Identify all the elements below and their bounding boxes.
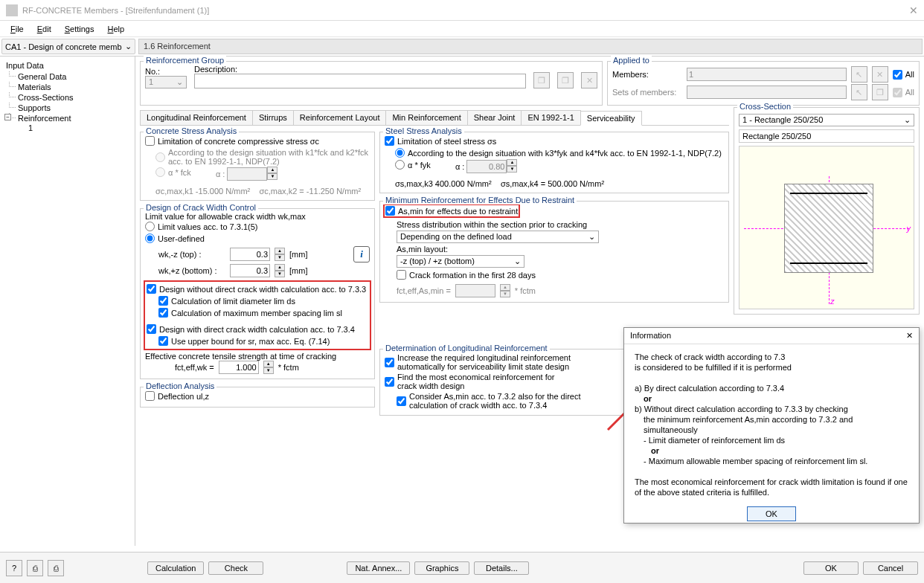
cancel-button[interactable]: Cancel	[863, 561, 918, 575]
concrete-stress-legend: Concrete Stress Analysis	[144, 126, 239, 135]
min-fct-input	[455, 284, 495, 297]
page-title: 1.6 Reinforcement	[138, 39, 923, 54]
tab-min-reinf[interactable]: Min Reinforcement	[385, 110, 467, 125]
det-c1[interactable]: Increase the required longitudinal reinf…	[385, 353, 588, 371]
sets-all-chk: All	[893, 88, 914, 97]
tree-root[interactable]: Input Data	[1, 59, 133, 71]
steel-note-left: σs,max,k3 400.000 N/mm²	[395, 179, 492, 188]
tab-longitudinal[interactable]: Longitudinal Reinforcement	[140, 110, 253, 125]
case-dropdown-value: CA1 - Design of concrete memb	[5, 42, 122, 51]
crack-fct-input[interactable]	[219, 361, 259, 374]
stress-dist-combo[interactable]: Depending on the defined load	[397, 231, 599, 243]
min-fct-suffix: * fctm	[515, 286, 536, 295]
stress-dist-label: Stress distribution within the section p…	[397, 220, 724, 229]
tab-en1992[interactable]: EN 1992-1-1	[521, 110, 580, 125]
crack-legend: Design of Crack Width Control	[144, 203, 258, 212]
members-pick-button[interactable]: ↖	[851, 66, 867, 83]
tab-stirrups[interactable]: Stirrups	[252, 110, 294, 125]
help-button[interactable]: ?	[6, 560, 22, 576]
check-button[interactable]: Check	[208, 561, 263, 575]
menu-settings[interactable]: Settings	[59, 23, 100, 35]
members-label: Members:	[612, 70, 682, 79]
steel-r2[interactable]: α * fyk	[395, 160, 431, 170]
members-clear-button[interactable]: ✕	[872, 66, 888, 83]
reinf-copy-button[interactable]: ❐	[557, 72, 574, 88]
members-all-chk[interactable]: All	[893, 70, 914, 80]
calculation-button[interactable]: Calculation	[147, 561, 204, 575]
topbar: CA1 - Design of concrete memb 1.6 Reinfo…	[0, 37, 924, 57]
tree-item-materials[interactable]: Materials	[1, 82, 133, 92]
info-popup: Information ✕ The check of crack width a…	[623, 327, 920, 524]
reinf-desc-input[interactable]	[194, 74, 526, 88]
reinf-no-label: No.:	[145, 67, 187, 76]
concrete-alpha-label: α :	[216, 170, 225, 178]
crack-r1[interactable]: Limit values acc. to 7.3.1(5)	[145, 222, 258, 231]
case-dropdown[interactable]: CA1 - Design of concrete memb	[1, 39, 135, 54]
nat-annex-button[interactable]: Nat. Annex...	[347, 561, 410, 575]
menu-file[interactable]: File	[4, 23, 30, 35]
graphics-button[interactable]: Graphics	[414, 561, 469, 575]
crack-c1b[interactable]: Calculation of maximum member spacing li…	[158, 308, 342, 318]
steel-stress-box: Steel Stress Analysis Limitation of stee…	[379, 132, 729, 193]
reinf-new-button[interactable]: ❐	[533, 72, 550, 88]
det-c3[interactable]: Consider As,min acc. to 7.3.2 also for t…	[397, 392, 592, 410]
tab-layout[interactable]: Reinforcement Layout	[293, 110, 387, 125]
crack-c1[interactable]: Design without direct crack width calcul…	[147, 284, 366, 294]
concrete-alpha-input	[227, 167, 267, 181]
cross-section-combo[interactable]: 1 - Rectangle 250/250	[739, 114, 914, 126]
concrete-r1: According to the design situation with k…	[155, 148, 370, 166]
members-input	[687, 68, 847, 81]
tree-item-reinforcement[interactable]: − Reinforcement	[1, 113, 133, 123]
reinf-no-value: 1	[149, 77, 153, 87]
tree-item-reinforcement-1[interactable]: 1	[1, 123, 133, 132]
close-icon[interactable]: ✕	[909, 4, 918, 16]
cross-section-legend: Cross-Section	[737, 102, 793, 111]
asmin-layout-combo[interactable]: -z (top) / +z (bottom)	[397, 255, 524, 268]
ok-button[interactable]: OK	[803, 561, 859, 575]
nav-tree: Input Data General Data Materials Cross-…	[0, 57, 135, 546]
tab-shear-joint[interactable]: Shear Joint	[467, 110, 522, 125]
asmin-layout-label: As,min layout:	[397, 245, 724, 254]
tree-collapse-icon[interactable]: −	[4, 114, 11, 120]
tab-serviceability[interactable]: Serviceability	[580, 111, 642, 126]
tree-item-general[interactable]: General Data	[1, 71, 133, 82]
reinforcement-group-box: Reinforcement Group No.: 1 Description: …	[140, 61, 603, 106]
unit-button-1[interactable]: ⎙	[27, 560, 43, 576]
cross-section-preview: yz	[739, 146, 914, 309]
reinf-del-button[interactable]: ✕	[581, 72, 597, 88]
min-reinf-legend: Minimum Reinforcement for Effects Due to…	[383, 196, 577, 204]
crack-r2[interactable]: User-defined	[145, 233, 205, 243]
sets-label: Sets of members:	[612, 88, 682, 97]
limit-concrete-chk[interactable]: Limitation of concrete compressive stres…	[145, 136, 319, 146]
sets-input	[687, 86, 847, 99]
menu-help[interactable]: Help	[101, 23, 130, 35]
unit-button-2[interactable]: ⎙	[48, 560, 64, 576]
crack-c2a[interactable]: Use upper bound for sr, max acc. Eq. (7.…	[158, 336, 330, 346]
crack-box: Design of Crack Width Control Limit valu…	[140, 208, 375, 379]
asmin-layout-value: -z (top) / +z (bottom)	[400, 257, 475, 266]
crack-eff-label: Effective concrete tensile strength at t…	[145, 352, 370, 361]
limit-steel-chk[interactable]: Limitation of steel stress σs	[385, 136, 496, 146]
popup-close-icon[interactable]: ✕	[906, 331, 913, 341]
concrete-r2: α * fck	[155, 167, 191, 177]
wk-top-input[interactable]	[230, 248, 270, 261]
popup-ok-button[interactable]: OK	[747, 506, 796, 521]
tree-item-reinforcement-label: Reinforcement	[18, 114, 71, 123]
crack-limit-label: Limit value for allowable crack width wk…	[145, 212, 370, 221]
reinf-no-combo[interactable]: 1	[145, 76, 187, 88]
details-button[interactable]: Details...	[474, 561, 529, 575]
steel-r1[interactable]: According to the design situation with k…	[395, 148, 722, 158]
deflection-chk[interactable]: Deflection ul,z	[145, 391, 209, 401]
crack28-chk[interactable]: Crack formation in the first 28 days	[397, 270, 536, 280]
tree-item-supports[interactable]: Supports	[1, 103, 133, 113]
sets-clear-button: ❐	[872, 84, 888, 100]
crack-c1a[interactable]: Calculation of limit diameter lim ds	[158, 296, 295, 306]
tree-item-cross-sections[interactable]: Cross-Sections	[1, 92, 133, 103]
wk-bot-input[interactable]	[230, 264, 270, 277]
crack-fct-label: fct,eff,wk =	[175, 363, 214, 372]
asmin-restraint-chk[interactable]: As,min for effects due to restraint	[385, 205, 519, 216]
menubar: File Edit Settings Help	[0, 21, 924, 37]
crack-info-icon[interactable]: i	[353, 246, 370, 262]
crack-c2[interactable]: Design with direct crack width calculati…	[147, 324, 355, 334]
menu-edit[interactable]: Edit	[31, 23, 57, 35]
